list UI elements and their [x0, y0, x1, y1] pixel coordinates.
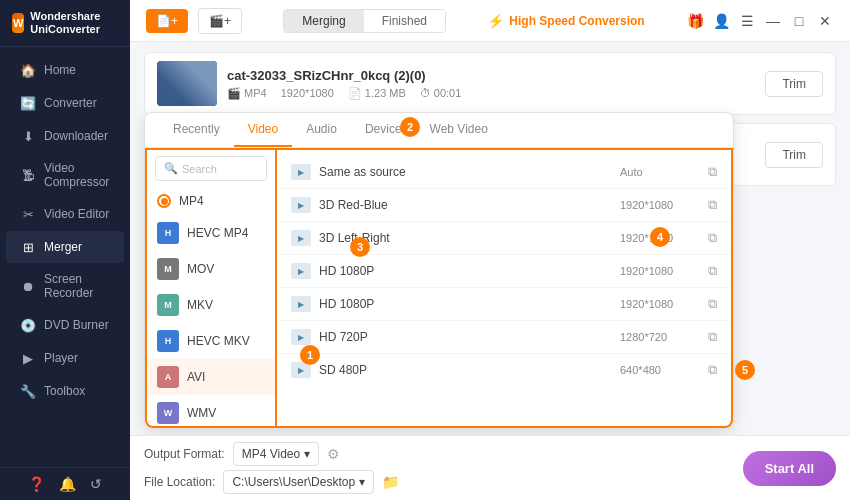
question-icon[interactable]: ❓ [28, 476, 45, 492]
sidebar-item-downloader[interactable]: ⬇ Downloader [6, 120, 124, 152]
menu-icon[interactable]: ☰ [738, 12, 756, 30]
quality-item-4[interactable]: ▶ HD 1080P 1920*1080 ⧉ [277, 288, 731, 321]
quality-name-5: HD 720P [319, 330, 612, 344]
gift-icon[interactable]: 🎁 [686, 12, 704, 30]
popup-body: 🔍 Search MP4 H HEVC MP4 M MOV [145, 148, 733, 428]
folder-icon[interactable]: 📁 [382, 474, 399, 490]
add-file-icon: 📄+ [156, 14, 178, 28]
sidebar-item-compressor[interactable]: 🗜 Video Compressor [6, 153, 124, 197]
bolt-icon: ⚡ [487, 13, 504, 29]
quality-icon-5: ▶ [291, 329, 311, 345]
format-item-mp4[interactable]: MP4 [147, 187, 275, 215]
sidebar-item-recorder[interactable]: ⏺ Screen Recorder [6, 264, 124, 308]
sidebar-item-player[interactable]: ▶ Player [6, 342, 124, 374]
format-label-wmv: WMV [187, 406, 216, 420]
user-icon[interactable]: 👤 [712, 12, 730, 30]
tab-merging[interactable]: Merging [284, 10, 363, 32]
sidebar-item-editor[interactable]: ✂ Video Editor [6, 198, 124, 230]
refresh-icon[interactable]: ↺ [90, 476, 102, 492]
bell-icon[interactable]: 🔔 [59, 476, 76, 492]
quality-name-4: HD 1080P [319, 297, 612, 311]
hevc-mp4-icon: H [157, 222, 179, 244]
quality-res-6: 640*480 [620, 364, 700, 376]
sidebar-item-merger[interactable]: ⊞ Merger [6, 231, 124, 263]
badge-1: 1 [300, 345, 320, 365]
content-area: cat-32033_SRizCHnr_0kcq (2)(0) 🎬 MP4 192… [130, 42, 850, 435]
quality-item-0[interactable]: ▶ Same as source Auto ⧉ [277, 156, 731, 189]
sidebar-item-dvd[interactable]: 💿 DVD Burner [6, 309, 124, 341]
logo-icon: W [12, 13, 24, 33]
search-placeholder: Search [182, 163, 217, 175]
search-icon: 🔍 [164, 162, 178, 175]
add-media-button[interactable]: 🎬+ [198, 8, 242, 34]
quality-edit-icon-1[interactable]: ⧉ [708, 197, 717, 213]
sidebar: W Wondershare UniConverter 🏠 Home 🔄 Conv… [0, 0, 130, 500]
topbar: 📄+ 🎬+ Merging Finished ⚡ High Speed Conv… [130, 0, 850, 42]
file-info-1: cat-32033_SRizCHnr_0kcq (2)(0) 🎬 MP4 192… [227, 68, 755, 100]
mov-icon: M [157, 258, 179, 280]
file-location-label: File Location: [144, 475, 215, 489]
topbar-left: 📄+ 🎬+ [146, 8, 242, 34]
format-item-hevc-mp4[interactable]: H HEVC MP4 [147, 215, 275, 251]
downloader-icon: ⬇ [20, 128, 36, 144]
format-label-mp4: MP4 [179, 194, 204, 208]
compressor-icon: 🗜 [20, 167, 36, 183]
file-location-select[interactable]: C:\Users\User\Desktop ▾ [223, 470, 374, 494]
minimize-icon[interactable]: — [764, 12, 782, 30]
format-item-wmv[interactable]: W WMV [147, 395, 275, 428]
tab-group: Merging Finished [283, 9, 446, 33]
add-media-icon: 🎬+ [209, 14, 231, 28]
high-speed-label: High Speed Conversion [509, 14, 644, 28]
sidebar-item-toolbox[interactable]: 🔧 Toolbox [6, 375, 124, 407]
format-item-hevc-mkv[interactable]: H HEVC MKV [147, 323, 275, 359]
quality-icon-4: ▶ [291, 296, 311, 312]
quality-name-1: 3D Red-Blue [319, 198, 612, 212]
editor-icon: ✂ [20, 206, 36, 222]
tab-video[interactable]: Video [234, 113, 292, 147]
sidebar-item-home-label: Home [44, 63, 76, 77]
quality-edit-icon-4[interactable]: ⧉ [708, 296, 717, 312]
trim-button-2[interactable]: Trim [765, 142, 823, 168]
quality-edit-icon-0[interactable]: ⧉ [708, 164, 717, 180]
quality-edit-icon-3[interactable]: ⧉ [708, 263, 717, 279]
trim-button-1[interactable]: Trim [765, 71, 823, 97]
quality-item-5[interactable]: ▶ HD 720P 1280*720 ⧉ [277, 321, 731, 354]
quality-res-3: 1920*1080 [620, 265, 700, 277]
maximize-icon[interactable]: □ [790, 12, 808, 30]
app-name: Wondershare UniConverter [30, 10, 118, 36]
quality-item-6[interactable]: ▶ SD 480P 640*480 ⧉ [277, 354, 731, 386]
format-item-avi[interactable]: A AVI [147, 359, 275, 395]
format-item-mov[interactable]: M MOV [147, 251, 275, 287]
quality-icon-1: ▶ [291, 197, 311, 213]
settings-icon[interactable]: ⚙ [327, 446, 340, 462]
quality-res-4: 1920*1080 [620, 298, 700, 310]
add-file-button[interactable]: 📄+ [146, 9, 188, 33]
file-meta-1: 🎬 MP4 1920*1080 📄 1.23 MB ⏱ 00:01 [227, 87, 755, 100]
format-label-hevc-mkv: HEVC MKV [187, 334, 250, 348]
tab-web-video[interactable]: Web Video [416, 113, 502, 147]
start-all-button[interactable]: Start All [743, 451, 836, 486]
sidebar-item-converter[interactable]: 🔄 Converter [6, 87, 124, 119]
tab-recently[interactable]: Recently [159, 113, 234, 147]
output-format-value: MP4 Video [242, 447, 300, 461]
tab-finished[interactable]: Finished [364, 10, 445, 32]
topbar-icons: 🎁 👤 ☰ — □ ✕ [686, 12, 834, 30]
quality-edit-icon-6[interactable]: ⧉ [708, 362, 717, 378]
format-item-mkv[interactable]: M MKV [147, 287, 275, 323]
sidebar-item-editor-label: Video Editor [44, 207, 109, 221]
quality-icon-0: ▶ [291, 164, 311, 180]
home-icon: 🏠 [20, 62, 36, 78]
file-resolution-1: 1920*1080 [281, 87, 334, 100]
sidebar-item-home[interactable]: 🏠 Home [6, 54, 124, 86]
output-format-select[interactable]: MP4 Video ▾ [233, 442, 319, 466]
sidebar-item-toolbox-label: Toolbox [44, 384, 85, 398]
quality-item-1[interactable]: ▶ 3D Red-Blue 1920*1080 ⧉ [277, 189, 731, 222]
quality-item-3[interactable]: ▶ HD 1080P 1920*1080 ⧉ [277, 255, 731, 288]
avi-icon: A [157, 366, 179, 388]
quality-edit-icon-5[interactable]: ⧉ [708, 329, 717, 345]
toolbox-icon: 🔧 [20, 383, 36, 399]
tab-audio[interactable]: Audio [292, 113, 351, 147]
quality-edit-icon-2[interactable]: ⧉ [708, 230, 717, 246]
format-label-hevc-mp4: HEVC MP4 [187, 226, 248, 240]
close-icon[interactable]: ✕ [816, 12, 834, 30]
